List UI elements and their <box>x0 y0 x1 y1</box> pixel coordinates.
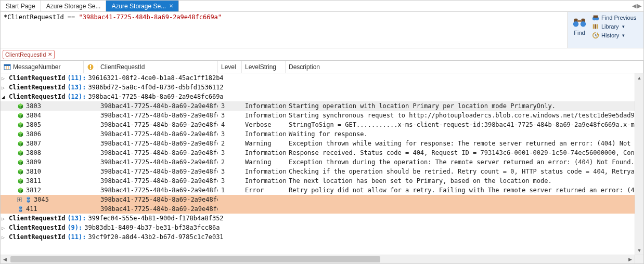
scroll-track[interactable] <box>9 255 626 263</box>
close-icon[interactable]: ✕ <box>48 52 52 57</box>
history-dropdown[interactable]: History ▾ <box>592 32 636 39</box>
group-label: ClientRequestId <box>9 233 65 241</box>
svg-rect-17 <box>90 68 91 69</box>
green-cube-icon <box>17 178 24 184</box>
diagnosis-cell <box>84 120 97 129</box>
scroll-down-icon[interactable]: ▼ <box>635 246 643 255</box>
expand-toggle-icon[interactable]: ◢ <box>2 94 9 100</box>
col-header-diagnosis[interactable] <box>84 61 97 73</box>
tab-label: Azure Storage Se... <box>111 3 166 10</box>
data-row[interactable]: 3803398bac41-7725-484b-8a69-2a9e48fc669a… <box>1 101 643 111</box>
data-row[interactable]: 3810398bac41-7725-484b-8a69-2a9e48fc669a… <box>1 167 643 176</box>
level-string-cell: Warning <box>242 139 286 148</box>
tab-1[interactable]: Azure Storage Se... <box>41 1 107 11</box>
column-icon <box>4 63 11 71</box>
tab-nav-next-icon[interactable]: ▶ <box>637 3 641 9</box>
scroll-thumb[interactable] <box>10 256 380 262</box>
data-row[interactable]: 3812398bac41-7725-484b-8a69-2a9e48fc669a… <box>1 186 643 195</box>
data-row[interactable]: 3809398bac41-7725-484b-8a69-2a9e48fc669a… <box>1 157 643 167</box>
group-row[interactable]: ▷ClientRequestId (11): 39cf9f20-a8d4-43b… <box>1 232 643 242</box>
group-label: ClientRequestId <box>9 215 65 222</box>
query-operator: == <box>68 14 75 21</box>
expand-toggle-icon[interactable]: ▷ <box>2 225 9 231</box>
data-row[interactable]: 3806398bac41-7725-484b-8a69-2a9e48fc669a… <box>1 129 643 139</box>
message-number: 3809 <box>26 159 41 166</box>
tab-nav-prev-icon[interactable]: ◀ <box>632 3 636 9</box>
diagnosis-cell <box>84 157 97 167</box>
query-editor[interactable]: *ClientRequestId == "398bac41-7725-484b-… <box>1 12 568 48</box>
data-row[interactable]: 3805398bac41-7725-484b-8a69-2a9e48fc669a… <box>1 120 643 129</box>
data-row[interactable]: 3804398bac41-7725-484b-8a69-2a9e48fc669a… <box>1 111 643 120</box>
col-header-level-string[interactable]: LevelString <box>242 61 286 73</box>
expand-toggle-icon[interactable]: ▷ <box>2 216 9 221</box>
message-number: 3808 <box>26 149 41 156</box>
svg-point-4 <box>581 21 586 27</box>
group-row[interactable]: ▷ClientRequestId (11): 39616321-08f2-4ce… <box>1 73 643 83</box>
group-row[interactable]: ▷ClientRequestId (13): 399fec04-555e-4b8… <box>1 214 643 223</box>
scroll-track[interactable] <box>635 82 643 246</box>
svg-rect-7 <box>594 16 598 18</box>
group-row[interactable]: ◢ClientRequestId (12): 398bac41-7725-484… <box>1 92 643 101</box>
message-number: 3804 <box>26 112 41 119</box>
description-cell <box>286 204 643 214</box>
level-string-cell: Information <box>242 176 286 186</box>
group-value: 399fec04-555e-4b81-900d-f178b4a8f352 <box>88 215 224 222</box>
group-value: 3986bd72-5a8c-4f0d-8730-d5bfd1536112 <box>88 84 224 91</box>
col-header-client-request-id[interactable]: ClientRequestId <box>97 61 218 73</box>
col-level-label: Level <box>221 63 236 71</box>
group-count: (12): <box>67 93 86 100</box>
diagnosis-cell <box>84 204 97 214</box>
scroll-right-icon[interactable]: ▶ <box>626 255 635 263</box>
grid-body: ▷ClientRequestId (11): 39616321-08f2-4ce… <box>1 73 643 263</box>
col-message-number-label: MessageNumber <box>13 63 60 71</box>
group-row[interactable]: ▷ClientRequestId (9): 39b83db1-8409-4b37… <box>1 223 643 232</box>
scroll-left-icon[interactable]: ◀ <box>1 255 9 263</box>
data-row[interactable]: 411398bac41-7725-484b-8a69-2a9e48fc669a <box>1 204 643 214</box>
svg-rect-2 <box>578 20 582 22</box>
expand-toggle-icon[interactable]: ▷ <box>2 85 9 90</box>
description-cell <box>286 195 643 204</box>
close-icon[interactable]: ✕ <box>169 4 173 9</box>
col-header-level[interactable]: Level <box>218 61 242 73</box>
history-label: History <box>601 32 619 38</box>
client-request-id-cell: 398bac41-7725-484b-8a69-2a9e48fc669a <box>97 157 218 167</box>
vertical-scrollbar[interactable]: ▲ ▼ <box>635 73 643 255</box>
data-row[interactable]: 3807398bac41-7725-484b-8a69-2a9e48fc669a… <box>1 139 643 148</box>
tab-2[interactable]: Azure Storage Se...✕ <box>106 1 179 11</box>
message-number: 3806 <box>26 130 41 138</box>
data-row[interactable]: +3045398bac41-7725-484b-8a69-2a9e48fc669… <box>1 195 643 204</box>
data-row[interactable]: 3811398bac41-7725-484b-8a69-2a9e48fc669a… <box>1 176 643 186</box>
message-number: 3803 <box>26 102 41 110</box>
group-count: (11): <box>67 233 86 241</box>
horizontal-scrollbar[interactable]: ◀ ▶ <box>1 255 643 263</box>
tab-0[interactable]: Start Page <box>1 1 41 11</box>
blue-cube-icon <box>25 196 32 203</box>
expand-toggle-icon[interactable]: ▷ <box>2 234 9 240</box>
filter-chip-row: ClientRequestId ✕ <box>1 48 643 61</box>
scroll-up-icon[interactable]: ▲ <box>635 73 643 82</box>
app-root: Start PageAzure Storage Se...Azure Stora… <box>0 0 644 264</box>
col-header-description[interactable]: Description <box>286 61 643 73</box>
diagnosis-cell <box>84 148 97 157</box>
group-value: 398bac41-7725-484b-8a69-2a9e48fc669a <box>88 93 224 100</box>
group-count: (13): <box>67 84 86 91</box>
level-cell: 2 <box>218 139 242 148</box>
expand-row-icon[interactable]: + <box>17 197 22 202</box>
description-cell: Waiting for response. <box>286 129 643 139</box>
svg-rect-16 <box>90 65 91 68</box>
diagnosis-cell <box>84 101 97 111</box>
filter-chip-label: ClientRequestId <box>5 51 46 58</box>
group-row[interactable]: ▷ClientRequestId (13): 3986bd72-5a8c-4f0… <box>1 83 643 92</box>
expand-toggle-icon[interactable]: ▷ <box>2 75 9 81</box>
library-dropdown[interactable]: Library ▾ <box>592 23 636 30</box>
find-previous-button[interactable]: Find Previous <box>592 14 636 21</box>
filter-chip-client-request-id[interactable]: ClientRequestId ✕ <box>3 50 55 59</box>
col-header-message-number[interactable]: MessageNumber <box>1 61 84 73</box>
level-cell: 1 <box>218 186 242 195</box>
description-cell: StringToSign = GET...........x-ms-client… <box>286 120 643 129</box>
client-request-id-cell: 398bac41-7725-484b-8a69-2a9e48fc669a <box>97 176 218 186</box>
client-request-id-cell: 398bac41-7725-484b-8a69-2a9e48fc669a <box>97 139 218 148</box>
find-button[interactable]: Find <box>570 14 589 46</box>
data-row[interactable]: 3808398bac41-7725-484b-8a69-2a9e48fc669a… <box>1 148 643 157</box>
group-count: (9): <box>67 224 82 231</box>
